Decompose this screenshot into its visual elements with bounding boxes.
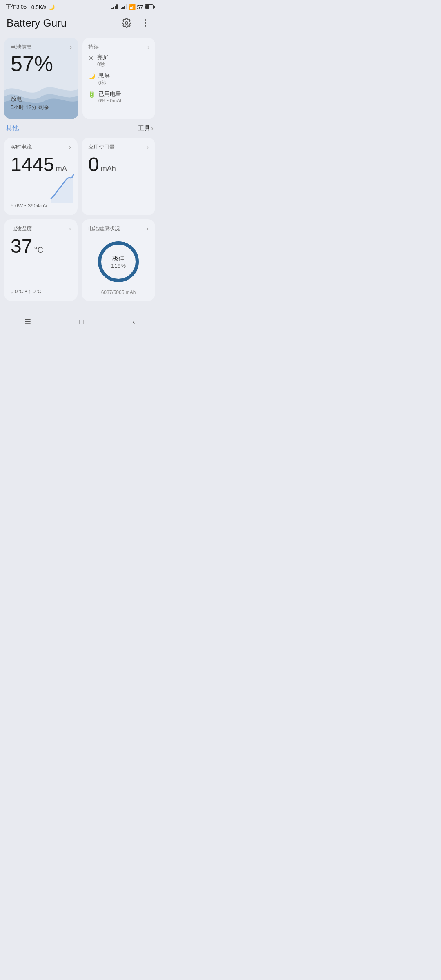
temp-card[interactable]: 电池温度 › 37 °C ↓ 0°C • ↑ 0°C [4,219,78,301]
battery-status-text: 放电 5小时 12分 剩余 [11,95,49,111]
nav-menu[interactable]: ☰ [16,315,39,329]
section-header: 其他 工具 › [4,123,155,134]
main-content: 电池信息 › 57% 放电 5小时 12分 剩余 持续 › [0,35,159,305]
tools-link[interactable]: 工具 › [138,124,154,133]
persist-items: ☀ 亮屏 0秒 🌙 息屏 0秒 🔋 已用电量 [88,54,149,104]
battery-text: 57 [137,4,143,10]
app-usage-card[interactable]: 应用使用量 › 0 mAh [82,138,155,215]
health-sub: 6037/5065 mAh [88,290,149,295]
current-card[interactable]: 实时电流 › 1445 mA 5.6W • 3904mV [4,138,78,215]
persist-card[interactable]: 持续 › ☀ 亮屏 0秒 🌙 息屏 0秒 [82,38,155,119]
health-circle-wrap: 极佳 119% [88,236,149,287]
app-bar: Battery Guru [0,12,159,35]
health-chevron: › [147,225,149,232]
current-chevron: › [69,144,71,150]
nav-home[interactable]: □ [71,315,92,329]
bottom-card-row: 电池温度 › 37 °C ↓ 0°C • ↑ 0°C 电池健康状况 › [4,219,155,301]
health-percent: 119% [111,263,126,269]
health-label: 电池健康状况 › [88,225,149,232]
current-label: 实时电流 › [11,143,71,151]
settings-button[interactable] [119,16,134,30]
svg-point-1 [145,19,146,21]
network-speed: 0.5K/s [31,4,47,10]
middle-card-row: 实时电流 › 1445 mA 5.6W • 3904mV 应用使用量 › 0 [4,138,155,215]
usage-unit: mAh [101,165,116,173]
battery-charge-icon: 🔋 [88,91,95,98]
current-graph [47,170,78,203]
persist-label: 持续 › [88,43,149,51]
svg-point-2 [145,22,146,24]
persist-item-screen-on: ☀ 亮屏 0秒 [88,54,149,68]
moon-icon: 🌙 [48,4,55,10]
app-usage-label: 应用使用量 › [88,143,149,151]
app-usage-chevron: › [147,144,149,150]
separator: | [28,4,29,10]
temp-value: 37 [11,235,32,257]
status-right: 📶 57 [111,4,154,10]
top-card-row: 电池信息 › 57% 放电 5小时 12分 剩余 持续 › [4,38,155,119]
signal-bars-2 [121,4,127,9]
app-title: Battery Guru [7,17,67,29]
svg-point-0 [125,22,128,24]
nav-back[interactable]: ‹ [124,315,143,329]
battery-info-card[interactable]: 电池信息 › 57% 放电 5小时 12分 剩余 [4,38,78,119]
temp-sub: ↓ 0°C • ↑ 0°C [11,288,42,294]
persist-item-used-power: 🔋 已用电量 0% • 0mAh [88,91,149,104]
health-status: 极佳 [111,255,126,263]
persist-chevron: › [147,44,149,50]
nav-bar: ☰ □ ‹ [0,309,159,337]
svg-point-3 [145,25,146,27]
battery-info-label: 电池信息 › [11,43,72,51]
battery-percent: 57% [11,52,72,76]
temp-label: 电池温度 › [11,225,71,232]
health-card[interactable]: 电池健康状况 › 极佳 119% 6037/5065 mAh [82,219,155,301]
status-bar: 下午3:05 | 0.5K/s 🌙 📶 57 [0,0,159,12]
app-bar-actions [119,16,153,30]
wifi-icon: 📶 [129,4,136,10]
usage-value: 0 [88,153,99,176]
persist-item-screen-off: 🌙 息屏 0秒 [88,72,149,87]
status-left: 下午3:05 | 0.5K/s 🌙 [6,3,55,11]
temp-unit: °C [34,245,43,255]
current-sub: 5.6W • 3904mV [11,203,48,209]
sun-icon: ☀ [88,54,94,62]
more-button[interactable] [138,16,153,30]
other-link[interactable]: 其他 [6,124,19,133]
signal-bars-1 [111,4,118,9]
temp-chevron: › [69,225,71,232]
battery-info-chevron: › [70,44,72,50]
health-circle: 极佳 119% [96,239,141,284]
time: 下午3:05 [6,3,27,11]
battery-icon [145,4,154,9]
moon-icon: 🌙 [88,73,95,79]
